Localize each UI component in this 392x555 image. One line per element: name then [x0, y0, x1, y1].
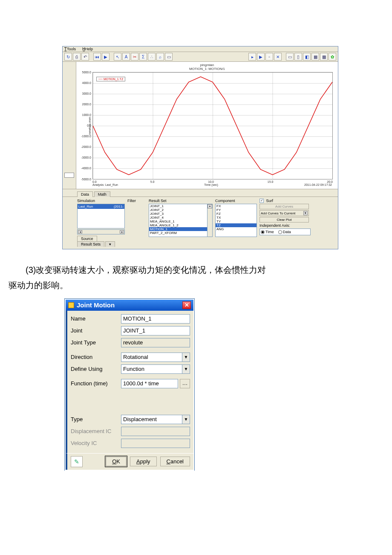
list-item[interactable]: JOINT_3 [149, 212, 212, 216]
text-icon[interactable]: A [122, 53, 130, 61]
list-item[interactable]: TX [216, 216, 257, 220]
list-item[interactable]: TY [216, 220, 257, 223]
tab-math[interactable]: Math [94, 191, 110, 197]
zoom-icon[interactable]: ⌕ [156, 53, 164, 61]
cancel-button[interactable]: Cancel [160, 457, 190, 466]
chevron-down-icon[interactable]: ▼ [182, 415, 190, 424]
joint-label: Joint [71, 327, 121, 334]
postprocessor-window: T̲Tools H̲Help ↻ ⎙ ↶ ⏮ ▶ ↖ A ✂ Σ ∴ ⌕ ▭ ▸… [62, 46, 338, 249]
radio-data[interactable] [278, 230, 282, 234]
left-gutter [63, 62, 76, 189]
clear-plot-button[interactable]: Clear Plot [259, 217, 309, 223]
scroll-left-icon[interactable]: ◂ [78, 230, 82, 234]
tab-dropdown-icon[interactable]: ▾ [105, 241, 115, 247]
menubar[interactable]: T̲Tools H̲Help [63, 46, 338, 52]
list-item[interactable]: FY [216, 208, 257, 212]
chevron-down-icon[interactable]: ▼ [182, 364, 190, 374]
add-curves-button[interactable]: Add Curves [259, 204, 309, 209]
layout-4-icon[interactable]: ▦ [311, 53, 319, 61]
app-icon [68, 302, 74, 308]
add-curves-current-button[interactable]: Add Curves To Current▾ [259, 210, 309, 216]
tab-source[interactable]: Source [77, 236, 97, 241]
x-ticks: 0.05.0 10.015.0 20.0 [92, 180, 333, 183]
puzzle-icon[interactable]: ✿ [329, 53, 336, 61]
page-close-icon[interactable]: ✕ [274, 53, 282, 61]
list-item[interactable]: MOTION_1 [149, 227, 212, 231]
ok-button[interactable]: OOKK [106, 457, 127, 466]
function-label: Function (time) [71, 380, 121, 387]
tab-result-sets[interactable]: Result Sets [77, 241, 104, 247]
curve-motion-1-tz [93, 72, 332, 179]
list-item[interactable]: JOINT_1 [149, 204, 212, 208]
scroll-up-icon[interactable]: ▴ [208, 204, 212, 208]
scissors-icon[interactable]: ✂ [131, 53, 138, 61]
simulation-header: Simulation [77, 199, 125, 203]
print-icon[interactable]: ⎙ [73, 53, 81, 61]
list-item[interactable]: Last_Run (2011- [78, 204, 124, 209]
apply-button[interactable]: Apply [130, 457, 157, 466]
first-icon[interactable]: ⏮ [93, 53, 101, 61]
layout-1-icon[interactable]: ▭ [286, 53, 294, 61]
list-item[interactable]: TZ [216, 223, 257, 227]
dialog-title: Joint Motion [77, 301, 115, 309]
direction-select[interactable]: Rotational [121, 353, 182, 362]
chevron-down-icon[interactable]: ▼ [182, 353, 190, 362]
page-play-icon[interactable]: ▶ [257, 53, 265, 61]
simulation-list[interactable]: Last_Run (2011- [77, 204, 125, 228]
independent-axis-label: Independent Axis: [259, 223, 311, 228]
page-next-icon[interactable]: ▸ [248, 53, 256, 61]
component-list[interactable]: FXFYFZTXTYTZANG [215, 204, 257, 237]
list-item[interactable]: FZ [216, 212, 257, 216]
joint-motion-dialog: Joint Motion ✕ Name MOTION_1 Joint JOINT… [65, 299, 194, 471]
surf-checkbox[interactable]: ✓ [259, 199, 264, 203]
reload-icon[interactable]: ↻ [64, 53, 72, 61]
function-builder-button[interactable]: … [180, 379, 190, 388]
body-paragraph: (3)改变驱动转速大小，观察驱动力矩的变化情况，体会惯性力对 驱动力的影响。 [9, 262, 383, 293]
y-ticks: 5000.04000.0 3000.02000.0 1000.00.0 -100… [82, 71, 91, 181]
page-new-icon[interactable]: ▫ [265, 53, 273, 61]
layout-2-icon[interactable]: ▯ [294, 53, 302, 61]
gutter-handle[interactable] [64, 173, 74, 178]
list-item[interactable]: PART_2_XFORM [149, 231, 212, 235]
play-icon[interactable]: ▶ [102, 53, 110, 61]
toolbar: ↻ ⎙ ↶ ⏮ ▶ ↖ A ✂ Σ ∴ ⌕ ▭ ▸ ▶ ▫ ✕ ▭ ▯ ◧ ▦ … [63, 52, 338, 62]
name-field[interactable]: MOTION_1 [121, 314, 190, 324]
undo-icon[interactable]: ↶ [81, 53, 89, 61]
list-item[interactable]: JOINT_4 [149, 216, 212, 220]
surf-label: Surf [266, 199, 274, 203]
plot-area[interactable]: newton-mm 5000.04000.0 3000.02000.0 1000… [92, 72, 333, 179]
joint-field[interactable]: JOINT_1 [121, 326, 190, 335]
tab-data[interactable]: Data [77, 191, 93, 197]
type-label: Type [71, 416, 121, 422]
notes-icon[interactable]: ✎ [71, 456, 83, 467]
displacement-ic-field [121, 427, 190, 436]
select-icon[interactable]: ▭ [165, 53, 173, 61]
layout-3-icon[interactable]: ◧ [303, 53, 311, 61]
list-item[interactable]: MEA_ANGLE_1 [149, 220, 212, 223]
sigma-icon[interactable]: Σ [139, 53, 147, 61]
cursor-icon[interactable]: ↖ [114, 53, 121, 61]
chart-title: pingmian MOTION_1: MOTION/1 [80, 64, 334, 71]
direction-label: Direction [71, 354, 121, 360]
h-scrollbar[interactable]: ◂ ▸ [77, 229, 125, 234]
function-field[interactable]: 1000.0d * time [121, 379, 178, 388]
displacement-ic-label: Displacement IC [71, 428, 121, 434]
radio-time[interactable] [261, 230, 265, 234]
chevron-down-icon[interactable]: ▾ [303, 211, 308, 215]
x-axis-label: Time (sec) [204, 183, 218, 186]
menu-tools[interactable]: T̲Tools [64, 47, 78, 51]
define-using-select[interactable]: Function [121, 364, 182, 374]
list-item[interactable]: MEA_ANGLE_1_2 [149, 223, 212, 227]
stats-icon[interactable]: ∴ [148, 53, 156, 61]
list-item[interactable]: JOINT_2 [149, 208, 212, 212]
list-item[interactable]: FX [216, 204, 257, 208]
result-set-list[interactable]: JOINT_1JOINT_2JOINT_3JOINT_4MEA_ANGLE_1M… [149, 204, 213, 237]
menu-help[interactable]: H̲Help [82, 47, 96, 51]
result-set-header: Result Set [149, 199, 213, 203]
layout-5-icon[interactable]: ▩ [320, 53, 328, 61]
scroll-right-icon[interactable]: ▸ [120, 230, 124, 234]
dialog-titlebar[interactable]: Joint Motion ✕ [66, 300, 193, 311]
list-item[interactable]: ANG [216, 227, 257, 231]
type-select[interactable]: Displacement [121, 415, 182, 424]
close-icon[interactable]: ✕ [182, 301, 191, 309]
